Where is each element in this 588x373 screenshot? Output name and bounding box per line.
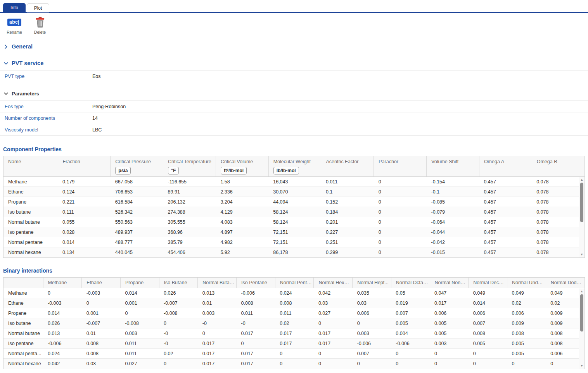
table-cell: -0.008 xyxy=(159,308,198,318)
scroll-up-icon[interactable]: ▲ xyxy=(579,177,585,182)
binary-table-scrollbar[interactable]: ▲ ▼ xyxy=(579,288,585,369)
parameters-rows: Eos typePeng-RobinsonNumber of component… xyxy=(0,100,588,136)
property-value: Peng-Robinson xyxy=(92,104,126,109)
table-cell: 0.005 xyxy=(430,318,469,328)
table-row[interactable]: Methane0-0.0030.0140.0260.013-0.0060.024… xyxy=(3,288,585,298)
table-cell: -0.085 xyxy=(427,197,479,207)
table-row[interactable]: Normal penta...0.0240.0080.0110.020.0170… xyxy=(3,349,585,359)
table-row[interactable]: Normal hexane0.0420.030.02700.0170.01700… xyxy=(3,359,585,369)
table-row[interactable]: Propane0.0140.0010-0.0080.0030.0110.0110… xyxy=(3,308,585,318)
scroll-down-icon[interactable]: ▼ xyxy=(579,252,585,257)
table-cell: -0.007 xyxy=(82,318,121,328)
table-row[interactable]: Normal pentane0.014488.777385.794.98272,… xyxy=(3,237,585,247)
table-row[interactable]: Iso pentane0.028489.937368.964.89772,151… xyxy=(3,227,585,237)
table-cell: 0 xyxy=(314,318,353,328)
table-cell: 0.004 xyxy=(391,328,430,338)
table-cell: 0.078 xyxy=(532,217,585,227)
table-cell: 0.01 xyxy=(198,298,237,308)
table-cell: 0.02 xyxy=(275,318,314,328)
property-row[interactable]: Eos typePeng-Robinson xyxy=(0,101,588,112)
component-table-scrollbar[interactable]: ▲ ▼ xyxy=(579,177,585,257)
table-cell: -0.064 xyxy=(427,217,479,227)
section-parameters-header[interactable]: Parameters xyxy=(4,91,588,97)
table-cell: 0 xyxy=(353,318,391,328)
table-cell: 0 xyxy=(120,308,159,318)
scroll-up-icon[interactable]: ▲ xyxy=(579,289,585,294)
table-row[interactable]: Iso pentane-0.0060.0080.011-00.01700.017… xyxy=(3,338,585,349)
table-cell: 0.042 xyxy=(314,288,353,298)
table-row[interactable]: Propane0.221616.584206.1323.20444,0940.1… xyxy=(3,197,585,207)
table-cell: -0 xyxy=(159,338,198,349)
scroll-thumb[interactable] xyxy=(580,183,583,222)
row-name-cell: Propane xyxy=(3,308,43,318)
table-cell: 0.017 xyxy=(237,359,275,369)
table-row[interactable]: Methane0.179667.058-116.6551.5816,0430.0… xyxy=(3,177,585,187)
scroll-thumb[interactable] xyxy=(580,294,583,332)
table-cell: 0 xyxy=(159,318,198,328)
table-cell: 616.584 xyxy=(111,197,163,207)
table-cell: 0.017 xyxy=(237,349,275,359)
table-cell: 4.897 xyxy=(216,227,268,237)
column-header: Normal Butane xyxy=(198,278,237,288)
table-cell: 0.017 xyxy=(198,359,237,369)
table-cell: 0.227 xyxy=(321,227,374,237)
table-cell: 368.96 xyxy=(163,227,216,237)
table-cell: 0.001 xyxy=(120,298,159,308)
section-pvt-service-header[interactable]: PVT service xyxy=(4,60,588,66)
table-cell: -0.008 xyxy=(120,318,159,328)
table-cell: -0.003 xyxy=(82,288,121,298)
table-cell: 0.028 xyxy=(58,227,111,237)
property-label: Eos type xyxy=(0,104,92,109)
property-row[interactable]: Viscosity modelLBC xyxy=(0,124,588,136)
table-row[interactable]: Normal butane0.0130.010.003-000.0170.017… xyxy=(3,328,585,338)
table-cell: -0.079 xyxy=(427,207,479,217)
table-cell: 0.02 xyxy=(159,349,198,359)
table-cell: 0.008 xyxy=(507,328,546,338)
unit-badge: lb/lb-mol xyxy=(273,167,299,174)
rename-button[interactable]: abc| Rename xyxy=(6,16,22,35)
table-cell: 72,151 xyxy=(268,237,321,247)
table-cell: -0.015 xyxy=(427,247,479,257)
table-cell: 0 xyxy=(275,359,314,369)
delete-button[interactable]: Delete xyxy=(32,16,48,35)
table-cell: 0.01 xyxy=(82,328,121,338)
section-general-header[interactable]: General xyxy=(4,43,588,50)
table-cell: 72,151 xyxy=(268,227,321,237)
table-row[interactable]: Iso butane0.111526.342274.3884.12958,124… xyxy=(3,207,585,217)
tab-plot[interactable]: Plot xyxy=(27,3,49,12)
table-row[interactable]: Normal hexane0.134440.045454.4065.9286,1… xyxy=(3,247,585,257)
table-cell: 0.005 xyxy=(430,328,469,338)
table-cell: 0 xyxy=(374,247,427,257)
table-cell: 58,124 xyxy=(268,217,321,227)
table-cell: 488.777 xyxy=(111,237,163,247)
table-cell: 0.006 xyxy=(430,308,469,318)
table-row[interactable]: Ethane0.124706.65389.912.33630,0700.10-0… xyxy=(3,187,585,197)
table-cell: 0.457 xyxy=(479,227,532,237)
column-header: Normal Unde... xyxy=(507,278,546,288)
table-cell: 0 xyxy=(374,217,427,227)
table-cell: -0.044 xyxy=(427,227,479,237)
column-header: Iso Pentane xyxy=(237,278,275,288)
column-header-label: Name xyxy=(8,159,56,164)
property-row[interactable]: Number of components14 xyxy=(0,112,588,124)
table-row[interactable]: Ethane-0.00300.001-0.0070.010.0080.0080.… xyxy=(3,298,585,308)
binary-interactions-title: Binary interactions xyxy=(3,268,588,274)
table-cell: 0 xyxy=(275,349,314,359)
column-header: Normal Nona... xyxy=(430,278,469,288)
table-cell: 0.006 xyxy=(353,308,391,318)
row-name-cell: Iso butane xyxy=(3,318,43,328)
column-header: Critical Volumeft³/lb-mol xyxy=(216,156,268,177)
table-cell: 0.006 xyxy=(469,308,507,318)
table-row[interactable]: Normal butane0.055550.563305.5554.08358,… xyxy=(3,217,585,227)
table-cell: 274.388 xyxy=(163,207,216,217)
property-row[interactable]: PVT typeEos xyxy=(0,71,588,82)
table-cell: 0.011 xyxy=(120,338,159,349)
table-cell: 0 xyxy=(314,359,353,369)
scroll-down-icon[interactable]: ▼ xyxy=(579,363,585,368)
table-cell: 0 xyxy=(353,359,391,369)
table-cell: 0.457 xyxy=(479,207,532,217)
tab-info[interactable]: Info xyxy=(3,3,26,12)
table-cell: 0.017 xyxy=(198,349,237,359)
column-header: Critical Temperature°F xyxy=(163,156,216,177)
table-row[interactable]: Iso butane0.026-0.007-0.0080-0-00.02000.… xyxy=(3,318,585,328)
